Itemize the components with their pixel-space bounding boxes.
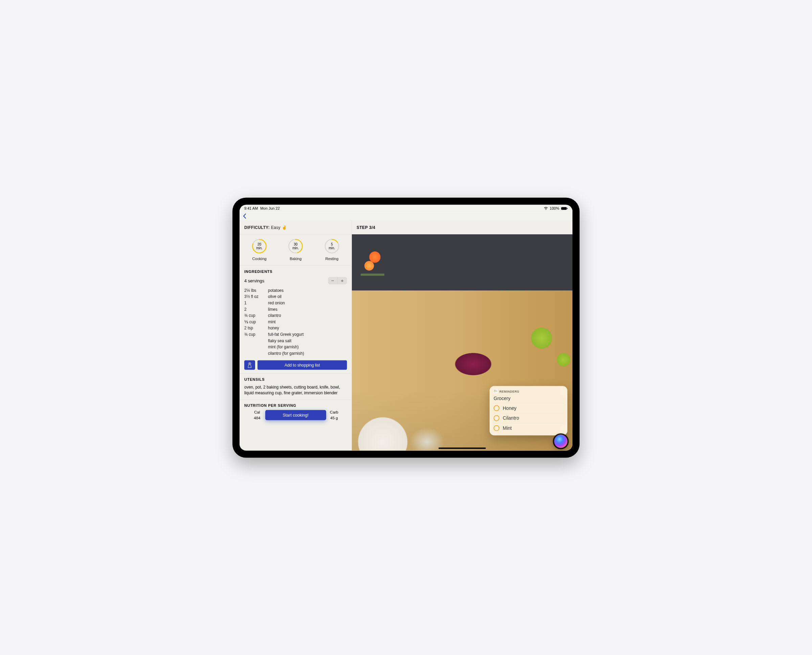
step-pane: STEP 3/4 REMINDERS Grocery HoneyCilantro… — [352, 220, 572, 451]
ingredient-qty: ¾ cup — [244, 312, 268, 318]
ingredient-qty: ⅓ cup — [244, 318, 268, 324]
ingredient-row: 2 tsphoney — [244, 324, 347, 331]
ingredient-name: cilantro (for garnish) — [268, 350, 304, 356]
reminder-text: Mint — [503, 425, 512, 431]
svg-rect-0 — [561, 207, 567, 210]
start-cooking-button[interactable]: Start cooking! — [265, 410, 326, 420]
servings-label: 4 servings — [244, 278, 264, 283]
ingredient-name: red onion — [268, 300, 285, 306]
timers-row: 20min. Cooking 30min. Baking 5min. Resti… — [240, 234, 352, 266]
ingredient-row: ¾ cupcilantro — [244, 312, 347, 318]
reminder-text: Honey — [503, 406, 516, 411]
ingredients-heading: INGREDIENTS — [244, 269, 347, 274]
ingredient-row: cilantro (for garnish) — [244, 350, 347, 356]
difficulty-label: DIFFICULTY: — [244, 225, 270, 230]
timer-label: Baking — [281, 256, 310, 261]
timer-unit: min. — [328, 246, 335, 250]
reminders-app-icon — [494, 389, 498, 394]
reminder-checkbox[interactable] — [494, 405, 499, 411]
timer-unit: min. — [256, 246, 262, 250]
back-button[interactable] — [243, 213, 247, 220]
utensils-text: oven, pot, 2 baking sheets, cutting boar… — [244, 384, 347, 396]
nutrition-heading: NUTRITION PER SERVING — [244, 403, 347, 407]
ingredient-qty — [244, 344, 268, 350]
ingredient-name: potatoes — [268, 287, 284, 294]
ingredients-section: INGREDIENTS 4 servings − + 2¼ lbspotatoe… — [240, 266, 352, 374]
add-to-shopping-list-button[interactable]: Add to shopping list — [257, 360, 347, 370]
reminder-item[interactable]: Honey — [494, 403, 563, 413]
difficulty-emoji: ✌️ — [282, 225, 287, 230]
ingredient-row: ¾ cupfull-fat Greek yogurt — [244, 331, 347, 337]
reminder-item[interactable]: Cilantro — [494, 413, 563, 423]
ingredient-qty: 2¼ lbs — [244, 287, 268, 294]
ingredient-qty — [244, 350, 268, 356]
wifi-icon — [544, 207, 548, 210]
timer-unit: min. — [292, 246, 299, 250]
screen: 9:41 AM Mon Jun 22 100% DIFFICULTY: Easy… — [240, 204, 572, 451]
timer-label: Resting — [317, 256, 346, 261]
ingredient-name: mint (for garnish) — [268, 344, 299, 350]
ingredient-qty: ¾ cup — [244, 331, 268, 337]
difficulty-row: DIFFICULTY: Easy ✌️ — [240, 220, 352, 234]
reminder-checkbox[interactable] — [494, 415, 499, 421]
step-label: STEP 3/4 — [352, 220, 572, 234]
status-date: Mon Jun 22 — [260, 206, 279, 211]
nav-bar — [240, 212, 572, 220]
ingredient-qty: 1 — [244, 300, 268, 306]
ingredient-row: 3½ fl ozolive oil — [244, 293, 347, 300]
reminder-checkbox[interactable] — [494, 425, 499, 431]
ingredient-name: honey — [268, 324, 279, 331]
timer-value: 5 — [331, 243, 333, 246]
reminder-text: Cilantro — [503, 415, 519, 421]
timer-ring: 20min. — [252, 238, 267, 254]
utensils-section: UTENSILS oven, pot, 2 baking sheets, cut… — [240, 374, 352, 400]
timer-ring: 5min. — [324, 238, 340, 254]
timer: 30min. Baking — [281, 238, 310, 261]
ingredient-qty: 2 — [244, 306, 268, 312]
ingredient-qty — [244, 337, 268, 344]
ingredient-name: mint — [268, 318, 276, 324]
ingredient-name: cilantro — [268, 312, 281, 318]
ingredient-row: ⅓ cupmint — [244, 318, 347, 324]
nutrition-section: NUTRITION PER SERVING Cal48410 g27 gCarb… — [240, 400, 352, 422]
battery-icon — [561, 207, 568, 210]
difficulty-value: Easy — [271, 225, 280, 230]
utensils-heading: UTENSILS — [244, 377, 347, 382]
ipad-frame: 9:41 AM Mon Jun 22 100% DIFFICULTY: Easy… — [233, 197, 579, 458]
timer: 5min. Resting — [317, 238, 346, 261]
ingredient-qty: 2 tsp — [244, 324, 268, 331]
ingredient-row: flaky sea salt — [244, 337, 347, 344]
ingredient-row: 2limes — [244, 306, 347, 312]
ingredient-row: 1red onion — [244, 300, 347, 306]
timer-value: 30 — [294, 243, 297, 246]
siri-orb[interactable] — [554, 435, 567, 448]
ingredient-qty: 3½ fl oz — [244, 293, 268, 300]
svg-rect-1 — [567, 208, 568, 209]
scale-icon-button[interactable] — [244, 360, 255, 370]
servings-stepper: − + — [328, 277, 347, 284]
reminder-item[interactable]: Mint — [494, 423, 563, 433]
ingredient-name: limes — [268, 306, 277, 312]
ingredient-row: mint (for garnish) — [244, 344, 347, 350]
ingredient-row: 2¼ lbspotatoes — [244, 287, 347, 294]
reminders-app-label: REMINDERS — [499, 389, 519, 393]
ingredient-name: full-fat Greek yogurt — [268, 331, 304, 337]
recipe-sidebar: DIFFICULTY: Easy ✌️ 20min. Cooking 30min… — [240, 220, 352, 451]
status-battery-text: 100% — [550, 206, 559, 211]
timer-label: Cooking — [245, 256, 274, 261]
ingredient-name: olive oil — [268, 293, 282, 300]
svg-point-9 — [250, 363, 250, 364]
servings-plus-button[interactable]: + — [337, 277, 347, 284]
reminders-list-name: Grocery — [494, 396, 563, 401]
status-time: 9:41 AM — [244, 206, 258, 211]
ingredients-list: 2¼ lbspotatoes3½ fl ozolive oil1red onio… — [244, 287, 347, 357]
servings-minus-button[interactable]: − — [328, 277, 337, 284]
timer-value: 20 — [257, 243, 261, 246]
timer: 20min. Cooking — [245, 238, 274, 261]
home-indicator[interactable] — [439, 447, 486, 449]
status-bar: 9:41 AM Mon Jun 22 100% — [240, 204, 572, 212]
reminders-card[interactable]: REMINDERS Grocery HoneyCilantroMint — [490, 386, 567, 435]
timer-ring: 30min. — [288, 238, 304, 254]
ingredient-name: flaky sea salt — [268, 337, 291, 344]
